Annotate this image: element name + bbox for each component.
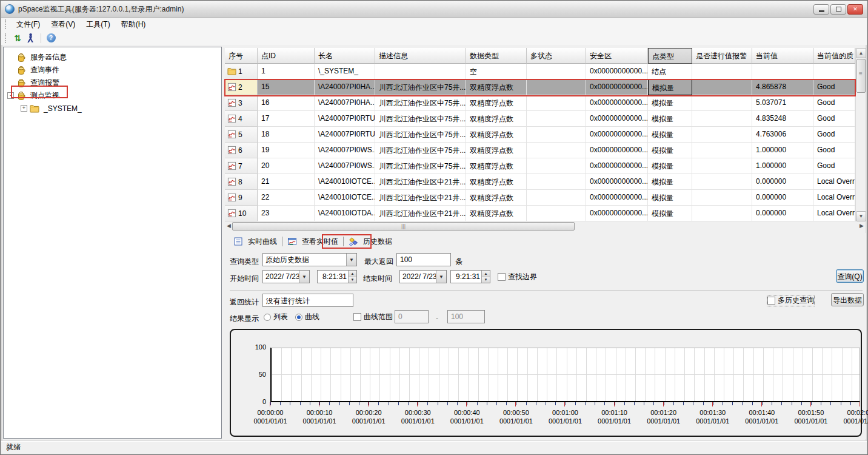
curve-range-checkbox-row[interactable]: 曲线范围: [353, 312, 393, 322]
tree-item-1[interactable]: 服务器信息: [4, 51, 221, 64]
table-row-5[interactable]: 518\A240007PI0RTU...川西北江油作业区中75井...双精度浮点…: [225, 127, 855, 143]
row-header-cell[interactable]: 10: [225, 206, 258, 221]
user-run-button[interactable]: [24, 32, 38, 44]
row-header-cell[interactable]: 2: [225, 79, 258, 95]
query-type-select[interactable]: 原始历史数据 ▼: [262, 253, 357, 266]
max-return-input[interactable]: 100: [396, 253, 451, 266]
boundary-checkbox[interactable]: [498, 273, 506, 281]
spin-up-icon[interactable]: ▲: [349, 271, 356, 277]
row-header-cell[interactable]: 8: [225, 174, 258, 190]
table-row-2[interactable]: 215\A240007PI0HA...川西北江油作业区中75井...双精度浮点数…: [225, 79, 855, 95]
tab-3[interactable]: 历史数据: [345, 235, 396, 248]
export-button[interactable]: 导出数据: [831, 293, 864, 306]
chevron-down-icon[interactable]: ▼: [436, 271, 446, 283]
row-header-cell[interactable]: 4: [225, 111, 258, 127]
multi-history-checkbox-row[interactable]: 多历史查询: [767, 295, 814, 306]
row-header-cell[interactable]: 3: [225, 95, 258, 111]
table-row-1[interactable]: 11\_SYSTEM_空0x00000000000...结点: [225, 64, 855, 79]
multi-history-label: 多历史查询: [778, 295, 814, 306]
cell-alarm: [692, 158, 752, 174]
end-time-spinner[interactable]: 9:21:31 ▲▼: [450, 270, 490, 283]
row-header-cell[interactable]: 1: [225, 64, 258, 79]
title-bar[interactable]: pSpace监视工具(服务器:127.0.0.1,登录用户:admin) ✕: [1, 1, 867, 18]
toolbar: ⇅ ?: [1, 31, 867, 45]
menu-item-2[interactable]: 查看(V): [45, 18, 81, 32]
row-header-cell[interactable]: 9: [225, 190, 258, 206]
range-max-input[interactable]: 100: [447, 310, 485, 323]
menu-item-4[interactable]: 帮助(H): [116, 18, 152, 32]
chevron-down-icon[interactable]: ▼: [346, 254, 356, 266]
scroll-right-icon[interactable]: ▶: [860, 223, 864, 229]
minimize-button[interactable]: [813, 4, 829, 15]
table-row-7[interactable]: 720\A240007PI0WS...川西北江油作业区中75井...双精度浮点数…: [225, 158, 855, 174]
table-row-9[interactable]: 922\A240010IOTCE...川西北江油作业区中21井...双精度浮点数…: [225, 190, 855, 206]
tree-item-2[interactable]: 查询事件: [4, 64, 221, 76]
table-row-6[interactable]: 619\A240007PI0WS...川西北江油作业区中75井...双精度浮点数…: [225, 143, 855, 158]
tree-item-3[interactable]: 查询报警: [4, 76, 221, 89]
column-header-6[interactable]: 多状态: [527, 48, 586, 64]
query-button[interactable]: 查询(Q): [836, 269, 864, 283]
boundary-checkbox-row[interactable]: 查找边界: [498, 272, 537, 282]
spin-up-icon[interactable]: ▲: [482, 271, 490, 277]
curve-range-checkbox[interactable]: [353, 313, 361, 321]
table-row-8[interactable]: 821\A240010IOTCE...川西北江油作业区中21井...双精度浮点数…: [225, 174, 855, 190]
tab-1[interactable]: 实时曲线: [230, 235, 281, 248]
tree-item-5[interactable]: +_SYSTEM_: [4, 102, 221, 115]
multi-history-checkbox[interactable]: [767, 297, 775, 305]
spin-down-icon[interactable]: ▼: [349, 277, 356, 283]
column-header-10[interactable]: 当前值: [752, 48, 813, 64]
row-header-cell[interactable]: 6: [225, 143, 258, 158]
maximize-button[interactable]: [830, 4, 846, 15]
end-date-picker[interactable]: 2022/ 7/23 ▼: [399, 270, 447, 283]
column-header-9[interactable]: 是否进行值报警: [692, 48, 752, 64]
menu-item-1[interactable]: 文件(F): [11, 18, 45, 32]
column-header-4[interactable]: 描述信息: [375, 48, 466, 64]
chevron-down-icon[interactable]: ▼: [299, 271, 309, 283]
horizontal-scroll-thumb[interactable]: [232, 222, 575, 231]
tab-2[interactable]: 查看实时值: [284, 235, 342, 248]
column-header-11[interactable]: 当前值的质: [813, 48, 855, 64]
curve-radio[interactable]: [295, 314, 302, 321]
row-seq: 9: [238, 194, 242, 202]
radio-curve-row[interactable]: 曲线: [295, 312, 319, 322]
table-horizontal-scrollbar[interactable]: ◀ ▶: [225, 221, 866, 231]
row-header-cell[interactable]: 7: [225, 158, 258, 174]
y-tick-0: 0: [231, 398, 266, 405]
spin-down-icon[interactable]: ▼: [482, 277, 490, 283]
column-header-5[interactable]: 数据类型: [466, 48, 527, 64]
cell-long-name: \A240007PI0HA...: [315, 95, 375, 111]
menu-item-3[interactable]: 工具(T): [81, 18, 115, 32]
table-row-10[interactable]: 1023\A240010IOTDA...川西北江油作业区中21井...双精度浮点…: [225, 206, 855, 221]
cell-value: 0.000000: [752, 190, 813, 206]
table-row-4[interactable]: 417\A240007PI0RTU...川西北江油作业区中75井...双精度浮点…: [225, 111, 855, 127]
sync-button[interactable]: ⇅: [11, 32, 24, 44]
close-button[interactable]: ✕: [847, 4, 863, 15]
column-header-2[interactable]: 点ID: [258, 48, 315, 64]
help-button[interactable]: ?: [44, 32, 58, 44]
column-header-1[interactable]: 序号: [225, 48, 258, 64]
list-radio[interactable]: [264, 314, 271, 321]
radio-list-row[interactable]: 列表: [264, 312, 288, 322]
collapse-icon[interactable]: -: [7, 92, 14, 99]
expand-icon[interactable]: +: [21, 105, 27, 112]
table-row-3[interactable]: 316\A240007PI0HA...川西北江油作业区中75井...双精度浮点数…: [225, 95, 855, 111]
tree-item-label: 服务器信息: [28, 52, 68, 63]
scroll-up-icon[interactable]: ▲: [856, 48, 866, 58]
table-vertical-scrollbar[interactable]: ▲ ▼: [855, 48, 866, 221]
start-time-spinner[interactable]: 8:21:31 ▲▼: [317, 270, 357, 283]
cell-quality: [813, 64, 855, 79]
column-header-3[interactable]: 长名: [315, 48, 375, 64]
vertical-scroll-thumb[interactable]: [856, 59, 866, 93]
cell-desc: [375, 64, 466, 79]
start-date-picker[interactable]: 2022/ 7/23 ▼: [262, 270, 310, 283]
scroll-down-icon[interactable]: ▼: [856, 211, 866, 221]
row-seq: 8: [238, 178, 242, 186]
column-header-8[interactable]: 点类型: [648, 48, 692, 64]
scroll-left-icon[interactable]: ◀: [227, 223, 231, 229]
column-header-7[interactable]: 安全区: [586, 48, 648, 64]
x-tick-date: 0001/01/01: [636, 417, 692, 425]
tree-item-4[interactable]: -测点监视: [4, 89, 221, 102]
range-min-input[interactable]: 0: [395, 310, 429, 323]
row-header-cell[interactable]: 5: [225, 127, 258, 143]
cell-desc: 川西北江油作业区中75井...: [375, 95, 466, 111]
